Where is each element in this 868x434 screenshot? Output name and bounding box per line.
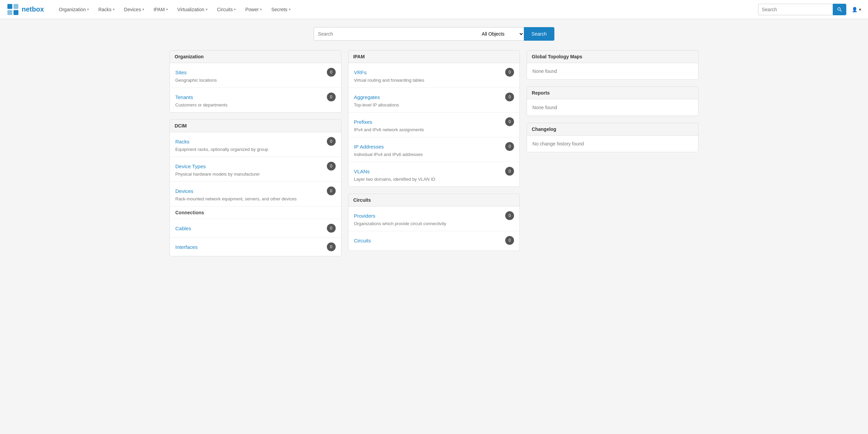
nav-item-virtualization[interactable]: Virtualization ▾ — [173, 0, 212, 19]
cables-badge: 0 — [327, 224, 336, 233]
racks-link[interactable]: Racks — [175, 139, 190, 144]
card-item-cables: Cables 0 — [170, 219, 341, 238]
right-column: Global Topology Maps None found Reports … — [527, 50, 698, 263]
global-topology-panel: Global Topology Maps None found — [527, 50, 698, 80]
navbar-user[interactable]: 👤 ▾ — [852, 7, 861, 12]
prefixes-desc: IPv4 and IPv6 network assignments — [354, 127, 514, 132]
devices-desc: Rack-mounted network equipment, servers,… — [175, 196, 336, 201]
tenants-badge: 0 — [327, 93, 336, 101]
changelog-panel: Changelog No change history found — [527, 123, 698, 152]
prefixes-link[interactable]: Prefixes — [354, 119, 372, 125]
navbar-brand[interactable]: netbox — [7, 3, 44, 16]
nav-item-circuits[interactable]: Circuits ▾ — [212, 0, 241, 19]
nav-item-devices[interactable]: Devices ▾ — [119, 0, 149, 19]
vlans-link[interactable]: VLANs — [354, 169, 370, 174]
sites-link[interactable]: Sites — [175, 70, 186, 75]
user-caret: ▾ — [859, 7, 861, 12]
search-type-select[interactable]: All ObjectsSitesRacksDevicesIP Addresses… — [476, 27, 524, 41]
svg-line-5 — [840, 10, 842, 12]
circuits-header: Circuits — [349, 194, 520, 206]
nav-item-label: Power — [245, 7, 259, 12]
circuits-badge: 0 — [505, 236, 514, 245]
navbar-search-input[interactable] — [758, 4, 833, 15]
nav-item-caret: ▾ — [142, 7, 144, 11]
organization-header: Organization — [170, 51, 341, 63]
global-topology-body: None found — [527, 63, 698, 79]
svg-rect-2 — [7, 10, 12, 15]
card-item-devices: Devices 0 Rack-mounted network equipment… — [170, 182, 341, 206]
device-types-badge: 0 — [327, 162, 336, 171]
nav-item-organization[interactable]: Organization ▾ — [54, 0, 94, 19]
card-item-ip-addresses: IP Addresses 0 Individual IPv4 and IPv6 … — [349, 137, 520, 162]
aggregates-link[interactable]: Aggregates — [354, 94, 380, 100]
nav-item-label: IPAM — [154, 7, 165, 12]
reports-body: None found — [527, 99, 698, 116]
brand-label: netbox — [22, 5, 44, 13]
nav-item-label: Racks — [98, 7, 112, 12]
ipam-header: IPAM — [349, 51, 520, 63]
providers-link[interactable]: Providers — [354, 213, 375, 219]
interfaces-link[interactable]: Interfaces — [175, 244, 198, 250]
nav-item-racks[interactable]: Racks ▾ — [94, 0, 119, 19]
nav-item-caret: ▾ — [166, 7, 168, 11]
dcim-header: DCIM — [170, 120, 341, 132]
sites-desc: Geographic locations — [175, 78, 336, 83]
device-types-link[interactable]: Device Types — [175, 163, 206, 169]
content-columns: Organization Sites 0 Geographic location… — [170, 50, 698, 263]
aggregates-badge: 0 — [505, 93, 514, 101]
card-item-device-types: Device Types 0 Physical hardware models … — [170, 157, 341, 182]
providers-badge: 0 — [505, 211, 514, 220]
nav-item-caret: ▾ — [289, 7, 291, 11]
main-search-button[interactable]: Search — [524, 27, 554, 41]
nav-item-caret: ▾ — [234, 7, 236, 11]
ip-addresses-desc: Individual IPv4 and IPv6 addresses — [354, 152, 514, 157]
nav-item-secrets[interactable]: Secrets ▾ — [267, 0, 295, 19]
navbar-search-area — [758, 4, 846, 15]
global-topology-header: Global Topology Maps — [527, 51, 698, 63]
svg-rect-1 — [14, 4, 18, 8]
nav-item-ipam[interactable]: IPAM ▾ — [149, 0, 173, 19]
card-item-circuits: Circuits 0 — [349, 231, 520, 251]
card-item-vlans: VLANs 0 Layer two domains, identified by… — [349, 162, 520, 186]
racks-badge: 0 — [327, 137, 336, 146]
navbar-search-button[interactable] — [833, 4, 846, 15]
vlans-badge: 0 — [505, 167, 514, 176]
nav-item-caret: ▾ — [87, 7, 89, 11]
card-item-racks: Racks 0 Equipment racks, optionally orga… — [170, 132, 341, 157]
vrfs-link[interactable]: VRFs — [354, 70, 367, 75]
providers-desc: Organizations which provide circuit conn… — [354, 221, 514, 226]
main-content: All ObjectsSitesRacksDevicesIP Addresses… — [0, 19, 868, 271]
svg-rect-0 — [7, 4, 12, 8]
ipam-section: IPAM VRFs 0 Virtual routing and forwardi… — [348, 50, 520, 187]
vlans-desc: Layer two domains, identified by VLAN ID — [354, 177, 514, 182]
card-item-interfaces: Interfaces 0 — [170, 238, 341, 256]
reports-panel: Reports None found — [527, 86, 698, 116]
reports-header: Reports — [527, 87, 698, 99]
nav-item-label: Organization — [59, 7, 86, 12]
navbar: netbox Organization ▾Racks ▾Devices ▾IPA… — [0, 0, 868, 19]
nav-item-caret: ▾ — [113, 7, 115, 11]
card-item-aggregates: Aggregates 0 Top-level IP allocations — [349, 88, 520, 113]
devices-badge: 0 — [327, 186, 336, 195]
svg-point-4 — [838, 7, 841, 10]
sites-badge: 0 — [327, 68, 336, 77]
changelog-header: Changelog — [527, 123, 698, 136]
nav-item-label: Virtualization — [177, 7, 204, 12]
devices-link[interactable]: Devices — [175, 188, 193, 194]
cables-link[interactable]: Cables — [175, 225, 191, 231]
nav-item-caret: ▾ — [260, 7, 262, 11]
interfaces-badge: 0 — [327, 242, 336, 251]
nav-item-caret: ▾ — [206, 7, 208, 11]
racks-desc: Equipment racks, optionally organized by… — [175, 147, 336, 152]
ip-addresses-link[interactable]: IP Addresses — [354, 144, 384, 150]
nav-item-power[interactable]: Power ▾ — [240, 0, 267, 19]
dcim-section: DCIM Racks 0 Equipment racks, optionally… — [170, 119, 341, 256]
ip-addresses-badge: 0 — [505, 142, 514, 151]
nav-items: Organization ▾Racks ▾Devices ▾IPAM ▾Virt… — [54, 0, 758, 19]
main-search-input[interactable] — [314, 27, 476, 41]
circuits-section: Circuits Providers 0 Organizations which… — [348, 194, 520, 251]
circuits-link[interactable]: Circuits — [354, 238, 371, 243]
tenants-link[interactable]: Tenants — [175, 94, 193, 100]
device-types-desc: Physical hardware models by manufacturer — [175, 172, 336, 177]
tenants-desc: Customers or departments — [175, 102, 336, 107]
